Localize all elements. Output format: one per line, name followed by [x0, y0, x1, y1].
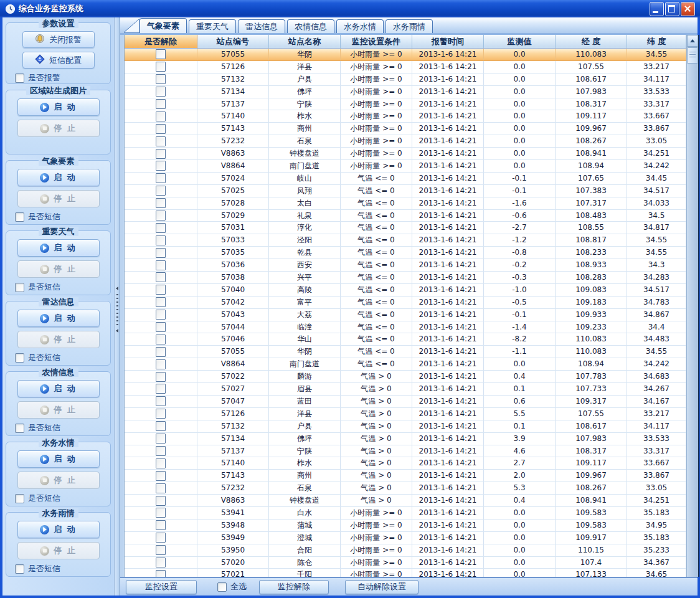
- table-row[interactable]: 53948蒲城小时雨量 >= 02013-1-6 14:210.0109.583…: [125, 520, 686, 532]
- table-row[interactable]: 53950合阳小时雨量 >= 02013-1-6 14:210.0110.153…: [125, 544, 686, 557]
- table-row[interactable]: 57038兴平气温 <= 02013-1-6 14:21-0.3108.2833…: [125, 272, 686, 284]
- table-row[interactable]: 57143商州小时雨量 >= 02013-1-6 14:210.0109.967…: [125, 123, 686, 135]
- table-row[interactable]: 57027眉县气温 > 02013-1-6 14:210.1107.73334.…: [125, 383, 686, 396]
- table-row[interactable]: 57232石泉小时雨量 >= 02013-1-6 14:210.0108.267…: [125, 135, 686, 148]
- auto-release-settings-button[interactable]: 自动解除设置: [345, 580, 419, 594]
- table-row[interactable]: 57036西安气温 <= 02013-1-6 14:21-0.2108.9333…: [125, 259, 686, 272]
- sidebar-splitter[interactable]: [115, 17, 120, 596]
- column-header-0[interactable]: 是否解除: [125, 35, 197, 49]
- scrollbar-thumb[interactable]: [687, 47, 698, 64]
- table-row[interactable]: V8864南门盘道小时雨量 >= 02013-1-6 14:210.0108.9…: [125, 160, 686, 173]
- table-row[interactable]: 57134佛坪小时雨量 >= 02013-1-6 14:210.0107.983…: [125, 86, 686, 98]
- stop-button-agriculture-info[interactable]: 停 止: [17, 401, 100, 419]
- table-row[interactable]: 57020陈仓小时雨量 >= 02013-1-6 14:210.0107.434…: [125, 557, 686, 569]
- column-header-3[interactable]: 监控设置条件: [341, 35, 412, 49]
- table-row[interactable]: 57024岐山气温 <= 02013-1-6 14:21-0.1107.6534…: [125, 173, 686, 185]
- release-checkbox[interactable]: [156, 99, 166, 109]
- stop-button-water-level[interactable]: 停 止: [17, 472, 100, 489]
- checkbox-radar-info[interactable]: [15, 353, 24, 363]
- table-row[interactable]: V8864南门盘道气温 <= 02013-1-6 14:210.0108.943…: [125, 358, 686, 371]
- table-row[interactable]: 57055华阴小时雨量 >= 02013-1-6 14:210.0110.083…: [125, 49, 686, 61]
- checkbox-row-weather-elements[interactable]: 是否短信: [15, 211, 60, 222]
- table-row[interactable]: 57134佛坪气温 > 02013-1-6 14:213.9107.98333.…: [125, 433, 686, 445]
- table-row[interactable]: 57046华山气温 <= 02013-1-6 14:21-8.2110.0833…: [125, 333, 686, 346]
- table-row[interactable]: 57132户县气温 > 02013-1-6 14:210.1108.61734.…: [125, 420, 686, 433]
- table-row[interactable]: 57028太白气温 <= 02013-1-6 14:21-1.6107.3173…: [125, 197, 686, 210]
- checkbox-weather-elements[interactable]: [15, 212, 24, 222]
- tab-water-level[interactable]: 水务水情: [336, 19, 384, 33]
- checkbox-agriculture-info[interactable]: [15, 424, 24, 433]
- release-checkbox[interactable]: [156, 396, 166, 406]
- release-checkbox[interactable]: [156, 173, 166, 183]
- release-checkbox[interactable]: [156, 87, 166, 97]
- table-row[interactable]: 57232石泉气温 > 02013-1-6 14:215.3108.26733.…: [125, 482, 686, 495]
- table-row[interactable]: 57031淳化气温 <= 02013-1-6 14:21-2.7108.5534…: [125, 222, 686, 234]
- release-checkbox[interactable]: [156, 372, 166, 382]
- table-row[interactable]: 57022麟游气温 > 02013-1-6 14:210.4107.78334.…: [125, 371, 686, 383]
- release-checkbox[interactable]: [156, 570, 166, 577]
- start-button-agriculture-info[interactable]: 启 动: [17, 380, 100, 397]
- column-header-4[interactable]: 报警时间: [412, 35, 484, 49]
- release-checkbox[interactable]: [156, 149, 166, 159]
- stop-button-important-weather[interactable]: 停 止: [17, 260, 100, 278]
- release-checkbox[interactable]: [156, 409, 166, 419]
- release-checkbox[interactable]: [156, 496, 166, 506]
- checkbox-row-param-settings[interactable]: 是否报警: [15, 72, 60, 83]
- release-checkbox[interactable]: [156, 235, 166, 245]
- start-button-regional-station-image[interactable]: 启 动: [17, 98, 100, 116]
- release-checkbox[interactable]: [156, 434, 166, 444]
- release-checkbox[interactable]: [156, 112, 166, 121]
- release-checkbox[interactable]: [156, 223, 166, 233]
- monitor-settings-button[interactable]: 监控设置: [126, 580, 197, 594]
- release-checkbox[interactable]: [156, 248, 166, 258]
- stop-button-regional-station-image[interactable]: 停 止: [17, 120, 100, 137]
- table-row[interactable]: 57033泾阳气温 <= 02013-1-6 14:21-1.2108.8173…: [125, 234, 686, 247]
- release-checkbox[interactable]: [156, 62, 166, 72]
- start-button-important-weather[interactable]: 启 动: [17, 239, 100, 257]
- tab-important-weather[interactable]: 重要天气: [189, 19, 236, 33]
- table-row[interactable]: 57126洋县小时雨量 >= 02013-1-6 14:210.0107.553…: [125, 61, 686, 74]
- checkbox-row-water-level[interactable]: 是否短信: [15, 493, 60, 504]
- table-row[interactable]: 57140柞水小时雨量 >= 02013-1-6 14:210.0109.117…: [125, 110, 686, 123]
- checkbox-row-agriculture-info[interactable]: 是否短信: [15, 422, 60, 434]
- release-checkbox[interactable]: [156, 285, 166, 295]
- table-row[interactable]: 57137宁陕气温 > 02013-1-6 14:214.6108.31733.…: [125, 445, 686, 458]
- table-row[interactable]: 57132户县小时雨量 >= 02013-1-6 14:210.0108.617…: [125, 74, 686, 86]
- table-row[interactable]: 53949澄城小时雨量 >= 02013-1-6 14:210.0109.917…: [125, 532, 686, 544]
- checkbox-water-rain[interactable]: [15, 564, 24, 574]
- release-checkbox[interactable]: [156, 310, 166, 320]
- table-row[interactable]: 57137宁陕小时雨量 >= 02013-1-6 14:210.0108.317…: [125, 98, 686, 111]
- release-checkbox[interactable]: [156, 558, 166, 567]
- release-checkbox[interactable]: [156, 359, 166, 369]
- tab-radar-info[interactable]: 雷达信息: [238, 19, 285, 33]
- release-checkbox[interactable]: [156, 124, 166, 134]
- select-all-checkbox[interactable]: [217, 582, 227, 592]
- checkbox-param-settings[interactable]: [15, 74, 24, 83]
- release-checkbox[interactable]: [156, 322, 166, 332]
- start-button-water-level[interactable]: 启 动: [17, 450, 100, 468]
- checkbox-row-water-rain[interactable]: 是否短信: [15, 563, 60, 574]
- release-checkbox[interactable]: [156, 297, 166, 307]
- table-row[interactable]: 57042富平气温 <= 02013-1-6 14:21-0.5109.1833…: [125, 297, 686, 309]
- release-checkbox[interactable]: [156, 161, 166, 171]
- release-checkbox[interactable]: [156, 520, 166, 530]
- table-row[interactable]: 57021千阳小时雨量 >= 02013-1-6 14:210.0107.133…: [125, 569, 686, 577]
- close-button[interactable]: [681, 2, 695, 16]
- sms-config-button[interactable]: 短信配置: [22, 52, 95, 69]
- release-checkbox[interactable]: [156, 471, 166, 481]
- tab-weather-elements[interactable]: 气象要素: [140, 18, 187, 33]
- release-checkbox[interactable]: [156, 198, 166, 208]
- table-row[interactable]: 57055华阴气温 <= 02013-1-6 14:21-1.1110.0833…: [125, 346, 686, 358]
- release-checkbox[interactable]: [156, 74, 166, 84]
- release-checkbox[interactable]: [156, 533, 166, 543]
- table-row[interactable]: 57140柞水气温 > 02013-1-6 14:212.7109.11733.…: [125, 457, 686, 470]
- release-checkbox[interactable]: [156, 458, 166, 468]
- release-checkbox[interactable]: [156, 446, 166, 456]
- stop-button-weather-elements[interactable]: 停 止: [17, 190, 100, 207]
- tab-water-rain[interactable]: 水务雨情: [385, 19, 433, 33]
- checkbox-row-important-weather[interactable]: 是否短信: [15, 282, 60, 293]
- maximize-button[interactable]: [665, 2, 679, 16]
- column-header-5[interactable]: 监测值: [484, 35, 556, 49]
- scroll-up-button[interactable]: [687, 35, 698, 47]
- table-row[interactable]: V8863钟楼盘道小时雨量 >= 02013-1-6 14:210.0108.9…: [125, 148, 686, 160]
